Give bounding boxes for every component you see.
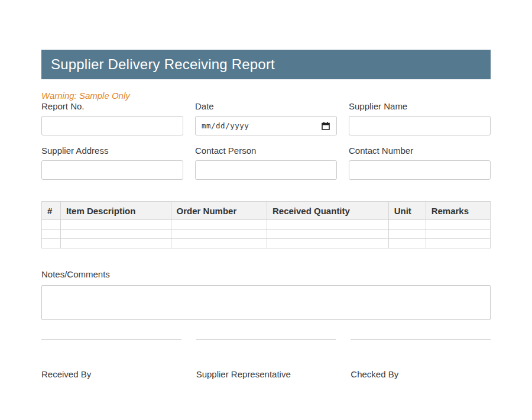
supplier-representative-block: Supplier Representative — [196, 340, 336, 380]
items-table-header-row: # Item Description Order Number Received… — [42, 202, 491, 220]
supplier-address-input[interactable] — [41, 160, 183, 180]
cell-received-quantity — [267, 230, 389, 239]
cell-item-description — [60, 220, 171, 230]
supplier-name-input[interactable] — [349, 116, 491, 135]
cell-number — [42, 239, 61, 248]
cell-item-description — [60, 239, 171, 248]
cell-received-quantity — [267, 239, 389, 248]
cell-number — [42, 230, 61, 239]
cell-order-number — [171, 220, 267, 230]
notes-comments-textarea[interactable] — [41, 285, 491, 320]
contact-person-input[interactable] — [195, 160, 337, 180]
notes-comments-label: Notes/Comments — [41, 269, 491, 280]
received-by-signature-line — [41, 340, 181, 340]
table-row — [42, 230, 491, 239]
col-header-remarks: Remarks — [426, 202, 490, 220]
form-header-bar: Supplier Delivery Receiving Report — [41, 50, 491, 79]
col-header-order-number: Order Number — [171, 202, 267, 220]
cell-remarks — [426, 230, 490, 239]
report-no-group: Report No. — [41, 101, 183, 135]
cell-order-number — [171, 239, 267, 248]
contact-number-group: Contact Number — [349, 146, 491, 180]
received-by-label: Received By — [41, 369, 181, 380]
date-label: Date — [195, 101, 337, 112]
supplier-address-group: Supplier Address — [41, 146, 183, 180]
table-row — [42, 220, 491, 230]
contact-number-input[interactable] — [349, 160, 491, 180]
report-no-label: Report No. — [41, 101, 183, 112]
col-header-unit: Unit — [388, 202, 426, 220]
supplier-name-group: Supplier Name — [349, 101, 491, 135]
checked-by-block: Checked By — [351, 340, 491, 380]
received-by-block: Received By — [41, 340, 181, 380]
signatures-section: Received By Supplier Representative Chec… — [41, 340, 491, 380]
supplier-name-label: Supplier Name — [349, 101, 491, 112]
cell-unit — [388, 220, 426, 230]
cell-received-quantity — [267, 220, 389, 230]
cell-unit — [388, 239, 426, 248]
cell-remarks — [426, 220, 490, 230]
cell-unit — [388, 230, 426, 239]
supplier-representative-label: Supplier Representative — [196, 369, 336, 380]
date-group: Date mm/dd/yyyy — [195, 101, 337, 135]
checked-by-label: Checked By — [351, 369, 491, 380]
col-header-number: # — [42, 202, 61, 220]
date-input[interactable]: mm/dd/yyyy — [195, 116, 337, 135]
report-no-input[interactable] — [41, 116, 183, 135]
supplier-delivery-receiving-report-form: Supplier Delivery Receiving Report Warni… — [0, 0, 532, 380]
sample-warning-text: Warning: Sample Only — [41, 91, 491, 101]
items-table: # Item Description Order Number Received… — [41, 201, 491, 248]
cell-item-description — [60, 230, 171, 239]
notes-section: Notes/Comments — [41, 269, 491, 320]
cell-remarks — [426, 239, 490, 248]
supplier-address-label: Supplier Address — [41, 146, 183, 156]
calendar-icon[interactable] — [321, 121, 330, 131]
page-title: Supplier Delivery Receiving Report — [51, 56, 275, 73]
col-header-item-description: Item Description — [60, 202, 171, 220]
contact-person-group: Contact Person — [195, 146, 337, 180]
contact-number-label: Contact Number — [349, 146, 491, 156]
table-row — [42, 239, 491, 248]
form-fields-grid: Report No. Date mm/dd/yyyy Supplier Name… — [41, 101, 491, 180]
supplier-representative-signature-line — [196, 340, 336, 340]
date-placeholder: mm/dd/yyyy — [202, 121, 249, 130]
col-header-received-quantity: Received Quantity — [267, 202, 389, 220]
cell-number — [42, 220, 61, 230]
cell-order-number — [171, 230, 267, 239]
checked-by-signature-line — [351, 340, 491, 340]
contact-person-label: Contact Person — [195, 146, 337, 156]
